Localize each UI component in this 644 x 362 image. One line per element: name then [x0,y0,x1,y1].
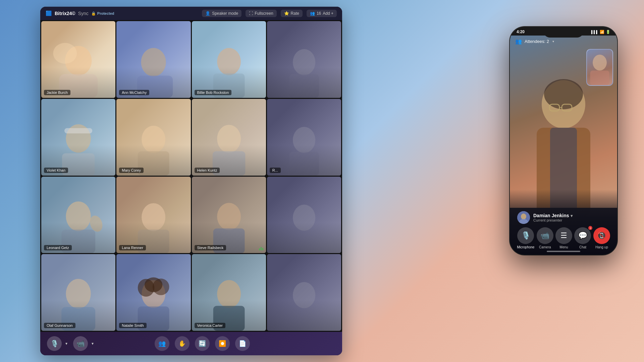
video-cell-natalie: Natalie Smith [116,254,191,331]
screen-share-button[interactable]: 🔄 [195,336,210,351]
camera-chevron[interactable]: ▾ [89,338,96,350]
pip-person-svg [587,50,612,85]
bottom-toolbar: 🎙️ ▾ 📹 ▾ 👥 ✋ 🔄 ⏺️ 📄 [40,332,342,355]
phone-bottom: Damian Jenkins ▾ Current presenter 🎙️ Mi… [510,208,617,255]
video-bg [267,254,341,331]
video-overlay [41,99,115,176]
video-overlay [267,177,341,253]
video-cell-billie: Billie Bob Rockston [192,21,266,98]
add-label: Add + [323,11,333,16]
fullscreen-button[interactable]: ⛶ Fullscreen [246,10,276,17]
fullscreen-label: Fullscreen [255,11,273,16]
participant-name: Jackie Burch [44,90,70,95]
share-button[interactable]: 👥 [155,336,169,351]
video-overlay [116,254,191,331]
camera-button[interactable]: 📹 [73,336,88,351]
phone-status-icons: ▌▌▌ 📶 🔋 [591,30,610,34]
participant-name: Helen Kuntz [195,168,220,173]
phone-hangup-icon: 📵 [597,231,606,240]
rate-icon: ⭐ [284,11,289,16]
participant-name: R... [270,168,281,173]
presenter-name-text: Damian Jenkins [533,213,569,218]
app-title: 🟦 Bitrix24© Sync 🔒 Protected [46,10,114,16]
app-subtitle: Sync [78,11,89,16]
mic-chevron[interactable]: ▾ [63,338,70,350]
participants-count: 16 [317,11,321,16]
phone-action-buttons: 🎙️ Microphone 📹 Camera ☰ Menu 💬 1 [513,226,614,252]
participant-name: Steve Railsbeck [195,245,226,250]
phone-pip [586,49,613,86]
protected-badge: 🔒 Protected [91,11,114,16]
video-grid: Jackie Burch Ann McClatchy Billie Bob Ro [40,20,342,332]
phone-main-video: 👥 Attendees: 2 ▾ [510,36,617,217]
left-controls: 🎙️ ▾ 📹 ▾ [47,336,96,351]
video-overlay [267,254,341,331]
video-cell-jackie: Jackie Burch [41,21,115,98]
phone-menu-icon: ☰ [560,231,567,240]
video-cell-mary: Mary Corey [116,99,191,176]
phone-menu-button[interactable]: ☰ Menu [555,227,572,249]
phone-camera-button[interactable]: 📹 Camera [537,227,553,249]
participants-button[interactable]: 👥 16 Add + [307,10,337,17]
video-bg [267,99,341,176]
attendees-chevron: ▾ [552,40,554,43]
chat-icon: 📄 [239,340,246,347]
speaker-mode-button[interactable]: 👤 Speaker mode [202,10,241,17]
wave-bar [262,248,263,250]
phone-mic-button[interactable]: 🎙️ Microphone [517,227,534,249]
lock-icon: 🔒 [91,11,96,16]
video-overlay [192,254,266,331]
phone-pip-person [587,50,612,85]
video-overlay [41,21,115,98]
phone-chat-button[interactable]: 💬 1 Chat [574,227,591,249]
phone-camera-circle: 📹 [537,227,553,244]
video-cell-extra1 [267,21,341,98]
video-overlay [116,21,191,98]
presenter-avatar [517,211,530,224]
camera-icon: 📹 [76,340,85,348]
svg-point-46 [521,214,526,220]
video-cell-lana: Lana Renner [116,177,191,253]
record-icon: ⏺️ [219,340,226,347]
tablet-frame: 🟦 Bitrix24© Sync 🔒 Protected 👤 Speaker m… [40,7,342,355]
video-overlay [192,177,266,253]
video-bg [116,177,191,253]
video-bg [41,99,115,176]
phone-menu-label: Menu [560,245,568,249]
video-bg [41,254,115,331]
phone-frame: 4:20 ▌▌▌ 📶 🔋 👥 Attendees: 2 ▾ [510,27,617,255]
presenter-name: Damian Jenkins ▾ [533,213,610,218]
reactions-button[interactable]: ✋ [175,336,190,351]
bitrix-logo: 🟦 [46,10,52,16]
phone-time: 4:20 [517,29,525,34]
video-cell-steve: Steve Railsbeck [192,177,266,253]
video-overlay [116,177,191,253]
video-cell-olaf: Olaf Gunnarson [41,254,115,331]
phone-hangup-label: Hang up [595,245,608,249]
record-button[interactable]: ⏺️ [215,336,230,351]
wave-bar [261,247,262,250]
chat-notification-badge: 1 [588,226,592,230]
chat-button[interactable]: 📄 [235,336,250,351]
participant-name: Violet Khan [44,168,68,173]
top-controls: 👤 Speaker mode ⛶ Fullscreen ⭐ Rate 👥 16 … [202,10,337,17]
video-bg [267,177,341,253]
video-cell-extra2 [267,177,341,253]
mic-button[interactable]: 🎙️ [47,336,62,351]
svg-rect-37 [590,71,609,85]
phone-camera-label: Camera [539,245,551,249]
rate-button[interactable]: ⭐ Rate [281,10,303,17]
mic-icon: 🎙️ [50,340,59,348]
video-bg [192,99,266,176]
attendees-text: Attendees: 2 [525,39,549,44]
video-bg [116,21,191,98]
phone-menu-circle: ☰ [555,227,572,244]
video-bg [267,21,341,98]
presenter-chevron: ▾ [571,214,573,218]
phone-hangup-button[interactable]: 📵 Hang up [593,227,610,249]
participant-name: Ann McClatchy [119,90,149,95]
top-bar: 🟦 Bitrix24© Sync 🔒 Protected 👤 Speaker m… [40,7,342,20]
video-overlay [116,99,191,176]
video-overlay [267,99,341,176]
share-icon: 👥 [158,340,166,347]
